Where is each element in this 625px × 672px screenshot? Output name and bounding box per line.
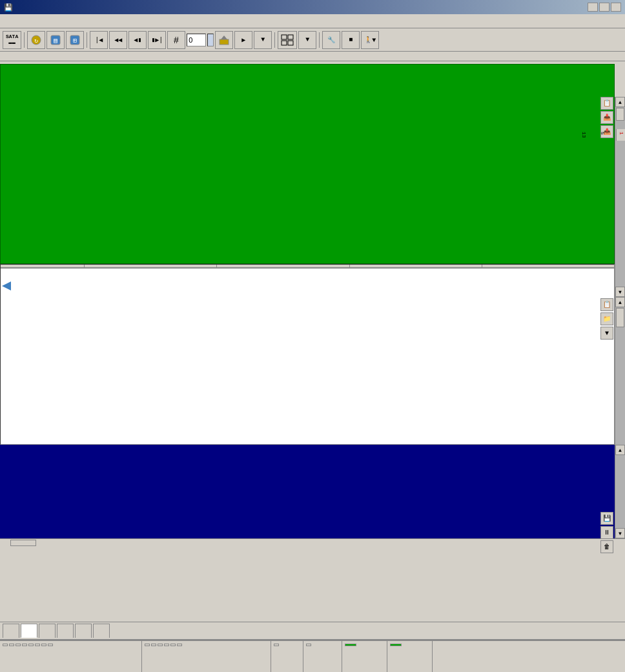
col-about xyxy=(482,265,614,267)
sector-input[interactable] xyxy=(187,34,206,46)
svg-rect-10 xyxy=(288,35,293,39)
edge-num-1: 1 xyxy=(619,132,624,138)
table-folder-btn[interactable]: 📁 xyxy=(600,312,613,325)
led-bsy xyxy=(3,644,8,646)
prev-single-btn[interactable]: ◀▮ xyxy=(128,31,147,49)
led-bbk xyxy=(145,644,150,646)
import-icon-btn[interactable]: 📥 xyxy=(600,111,613,124)
log-area: ▲ ▼ xyxy=(0,445,625,538)
log-scrollbar[interactable]: ▲ ▼ xyxy=(615,445,625,538)
sep1 xyxy=(24,32,25,48)
maximize-button[interactable] xyxy=(599,3,610,12)
menu-pc3000[interactable] xyxy=(3,20,13,23)
tool-btn-2[interactable]: ▤ xyxy=(46,31,65,49)
edge-num-5: 5 xyxy=(600,132,606,138)
table-scroll-up[interactable]: ▲ xyxy=(615,297,625,307)
scroll-thumb[interactable] xyxy=(616,108,624,121)
status-leds-5 xyxy=(345,644,384,646)
tab-structure[interactable] xyxy=(57,624,74,638)
menu-window[interactable] xyxy=(34,20,44,23)
dropdown-btn[interactable]: ▼ xyxy=(254,31,272,49)
svg-text:▤: ▤ xyxy=(54,37,57,45)
tool-btn-1[interactable]: ↻ xyxy=(27,31,45,49)
log-h-scrollbar[interactable] xyxy=(0,538,625,546)
col-virtual[interactable] xyxy=(1,265,85,267)
svg-rect-11 xyxy=(282,41,287,45)
scroll-up-btn[interactable]: ▲ xyxy=(615,97,625,107)
menu-bar xyxy=(0,14,625,28)
tab-status[interactable] xyxy=(75,624,92,638)
svg-rect-12 xyxy=(288,41,293,45)
col-lba-to[interactable] xyxy=(217,265,349,267)
tab-bitmap[interactable] xyxy=(21,624,37,638)
led-rq xyxy=(274,644,279,646)
status-section-sata2 xyxy=(303,641,342,672)
hash-btn[interactable]: # xyxy=(167,31,185,49)
prev-btn[interactable]: ◀◀ xyxy=(109,31,127,49)
led-12v xyxy=(390,644,402,646)
side-buttons-table: 📋 📁 ▼ xyxy=(600,298,613,340)
status-section-error xyxy=(142,641,271,672)
menu-service[interactable] xyxy=(23,20,34,23)
log-clear-btn[interactable]: 🗑 xyxy=(600,540,613,553)
sata-label-btn: SATA ▬▬ xyxy=(3,31,21,49)
tool-btn-4[interactable]: 🔧 xyxy=(322,31,340,49)
export-btn[interactable] xyxy=(215,31,233,49)
log-h-thumb[interactable] xyxy=(10,540,36,546)
led-drq xyxy=(28,644,34,646)
led-abr xyxy=(164,644,169,646)
menu-options[interactable] xyxy=(13,20,23,23)
chain-table-container xyxy=(0,264,615,445)
title-bar: 💾 xyxy=(0,0,625,14)
status-section-12v xyxy=(387,641,433,672)
led-unc xyxy=(151,644,156,646)
menu-help[interactable] xyxy=(44,20,54,23)
tab-log[interactable] xyxy=(3,624,19,638)
led-crr xyxy=(35,644,40,646)
svg-marker-8 xyxy=(221,36,227,39)
skip-start-btn[interactable]: |◀ xyxy=(90,31,108,49)
col-length[interactable] xyxy=(350,265,482,267)
table-dropdown-btn[interactable]: ▼ xyxy=(600,327,613,340)
table-scroll-track[interactable] xyxy=(615,307,625,467)
minimize-button[interactable] xyxy=(588,3,598,12)
svg-text:⊞: ⊞ xyxy=(73,37,77,45)
info-panel xyxy=(0,52,625,61)
walk-btn[interactable]: 🚶▼ xyxy=(361,31,379,49)
col-lba-from[interactable] xyxy=(85,265,217,267)
bitmap-area[interactable] xyxy=(0,64,615,264)
led-dwf xyxy=(15,644,21,646)
next-end-btn[interactable]: ▮▶| xyxy=(148,31,166,49)
log-scroll-track[interactable] xyxy=(615,455,625,528)
dropdown-grid-btn[interactable]: ▼ xyxy=(298,31,316,49)
tab-hex[interactable] xyxy=(39,624,56,638)
table-copy-btn[interactable]: 📋 xyxy=(600,298,613,311)
scroll-down-btn[interactable]: ▼ xyxy=(615,287,625,297)
stop-btn[interactable]: ■ xyxy=(342,31,360,49)
close-button[interactable] xyxy=(611,3,621,12)
status-leds-6 xyxy=(390,644,429,646)
toolbar: SATA ▬▬ ↻ ▤ ⊞ |◀ ◀◀ ◀▮ ▮▶| # ▶ ▼ xyxy=(0,28,625,52)
led-phy xyxy=(306,644,311,646)
bitmap-scrollbar[interactable]: ▲ ▼ xyxy=(615,97,625,297)
side-buttons-log: 💾 ⏸ 🗑 xyxy=(600,512,613,553)
log-scroll-up[interactable]: ▲ xyxy=(615,445,625,455)
table-scroll-thumb[interactable] xyxy=(616,308,624,327)
log-scroll-down[interactable]: ▼ xyxy=(615,528,625,538)
log-save-btn[interactable]: 💾 xyxy=(600,512,613,525)
play-btn[interactable]: ▶ xyxy=(234,31,252,49)
sep4 xyxy=(319,32,320,48)
svg-text:↻: ↻ xyxy=(34,37,38,45)
svg-marker-13 xyxy=(2,281,11,290)
sep2 xyxy=(87,32,87,48)
table-body xyxy=(1,269,614,433)
tab-bar xyxy=(0,622,625,640)
tool-btn-3[interactable]: ⊞ xyxy=(66,31,84,49)
svg-rect-7 xyxy=(220,39,229,45)
tab-progress[interactable] xyxy=(93,624,110,638)
log-pause-btn[interactable]: ⏸ xyxy=(600,526,613,539)
grid-btn[interactable] xyxy=(278,31,297,49)
copy-icon-btn[interactable]: 📋 xyxy=(600,97,613,110)
led-dsc xyxy=(22,644,27,646)
led-inf xyxy=(158,644,163,646)
